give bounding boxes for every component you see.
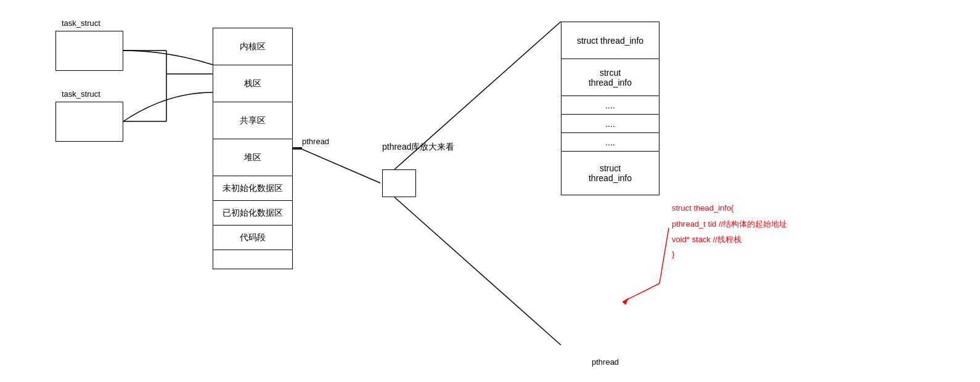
pthread-bottom-label: pthread bbox=[592, 357, 619, 367]
annotation-line3: void* stack //线程栈 bbox=[672, 234, 741, 245]
diagram-lines bbox=[0, 0, 980, 382]
seg-kernel: 内核区 bbox=[213, 28, 292, 65]
task-struct-label2: task_struct bbox=[62, 89, 100, 99]
segment-column: 内核区 栈区 共享区 堆区 未初始化数据区 已初始化数据区 代码段 bbox=[213, 28, 293, 269]
svg-line-9 bbox=[623, 283, 659, 302]
seg-bottom bbox=[213, 250, 292, 269]
seg-code: 代码段 bbox=[213, 226, 292, 250]
annotation-line1: struct thead_info{ bbox=[672, 203, 733, 213]
pthread-struct-thread-info2: struct thread_info bbox=[561, 152, 659, 195]
pthread-dots2: .... bbox=[561, 115, 659, 133]
seg-bss: 未初始化数据区 bbox=[213, 176, 292, 201]
task-struct-label1: task_struct bbox=[62, 18, 100, 28]
pthread-column: struct thread_info strcut thread_info ..… bbox=[561, 22, 659, 195]
pthread-dots1: .... bbox=[561, 96, 659, 115]
seg-shared: 共享区 bbox=[213, 102, 292, 139]
task-struct-box2 bbox=[55, 102, 123, 142]
svg-line-6 bbox=[299, 148, 380, 183]
task-struct-box1 bbox=[55, 31, 123, 71]
pthread-struct-thread-info: struct thread_info bbox=[561, 22, 659, 59]
seg-heap: 堆区 bbox=[213, 139, 292, 176]
pthread-dots3: .... bbox=[561, 133, 659, 152]
svg-line-4 bbox=[394, 197, 561, 345]
pthread-shared-label: pthread bbox=[302, 137, 329, 146]
diagram: task_struct task_struct 内核区 栈区 共享区 堆区 未初… bbox=[0, 0, 980, 382]
svg-marker-10 bbox=[623, 298, 629, 305]
seg-data: 已初始化数据区 bbox=[213, 201, 292, 226]
svg-line-8 bbox=[659, 228, 669, 283]
pthread-small-box bbox=[382, 169, 416, 197]
seg-stack: 栈区 bbox=[213, 65, 292, 102]
annotation-line2: pthread_t tid //结构体的起始地址 bbox=[672, 219, 787, 230]
pthread-zoom-label: pthread库放大来看 bbox=[382, 142, 454, 153]
annotation-line4: } bbox=[672, 250, 674, 259]
pthread-strcut-thread-info: strcut thread_info bbox=[561, 59, 659, 96]
